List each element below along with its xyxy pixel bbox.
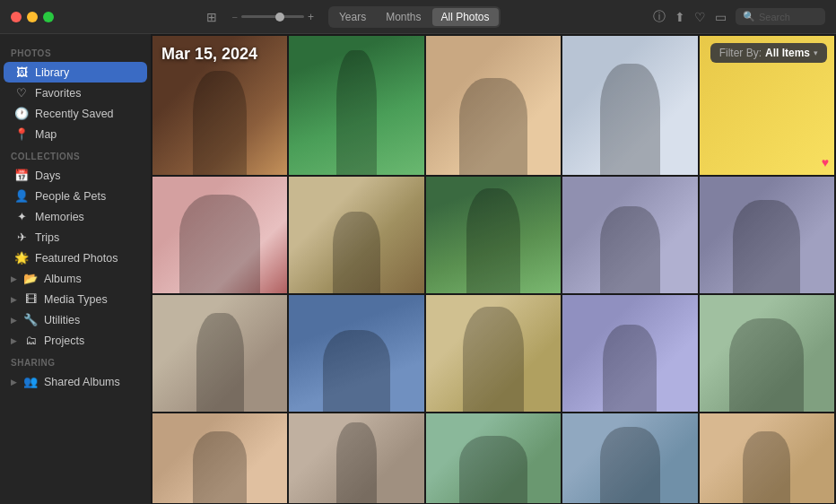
sidebar-item-memories-label: Memories xyxy=(35,211,84,223)
photo-cell[interactable] xyxy=(152,177,287,293)
sidebar-item-utilities[interactable]: ▶ 🔧 Utilities xyxy=(4,309,147,330)
filter-label: Filter By: xyxy=(719,47,762,59)
projects-icon: 🗂 xyxy=(23,334,38,347)
shared-albums-icon: 👥 xyxy=(23,375,38,388)
share-icon[interactable]: ⬆ xyxy=(675,10,685,24)
people-pets-icon: 👤 xyxy=(14,189,29,203)
sidebar-item-shared-albums[interactable]: ▶ 👥 Shared Albums xyxy=(4,371,147,392)
tab-months[interactable]: Months xyxy=(377,8,430,26)
photo-cell[interactable] xyxy=(426,413,561,503)
view-toggle: ⊞ xyxy=(206,10,217,24)
sidebar-item-trips-label: Trips xyxy=(35,231,59,244)
map-icon: 📍 xyxy=(14,127,29,141)
view-tabs: Years Months All Photos xyxy=(328,6,501,28)
search-icon: 🔍 xyxy=(743,11,755,22)
albums-arrow-icon: ▶ xyxy=(11,274,17,283)
close-button[interactable] xyxy=(11,12,22,22)
featured-photos-icon: 🌟 xyxy=(14,251,29,265)
photo-cell[interactable] xyxy=(289,36,423,175)
photo-cell[interactable] xyxy=(562,36,697,175)
sidebar-item-memories[interactable]: ✦ Memories xyxy=(4,206,147,227)
title-bar-center: ⊞ − + Years Months All Photos xyxy=(61,6,646,28)
photo-cell[interactable] xyxy=(289,295,423,412)
sidebar-item-people-pets[interactable]: 👤 People & Pets xyxy=(4,186,147,206)
sidebar-item-projects[interactable]: ▶ 🗂 Projects xyxy=(4,330,147,351)
minimize-button[interactable] xyxy=(27,12,38,22)
slideshow-icon[interactable]: ▭ xyxy=(715,10,727,24)
zoom-track[interactable] xyxy=(241,15,304,18)
sidebar-item-favorites[interactable]: ♡ Favorites xyxy=(4,83,147,103)
traffic-lights xyxy=(11,12,54,22)
sidebar-item-library-label: Library xyxy=(35,66,69,79)
search-bar[interactable]: 🔍 Search xyxy=(736,8,825,25)
sidebar-item-people-pets-label: People & Pets xyxy=(35,190,106,203)
library-icon: 🖼 xyxy=(14,65,29,79)
section-label-photos: Photos xyxy=(0,41,151,62)
photo-cell[interactable] xyxy=(152,36,287,175)
title-bar-actions: ⓘ ⬆ ♡ ▭ 🔍 Search xyxy=(653,8,825,25)
main-content: Photos 🖼 Library ♡ Favorites 🕐 Recently … xyxy=(0,34,836,504)
photos-area: Mar 15, 2024 Filter By: All Items ▾ ♥ xyxy=(151,34,836,504)
photo-cell[interactable] xyxy=(152,295,287,412)
sidebar-item-days[interactable]: 📅 Days xyxy=(4,165,147,186)
photo-cell[interactable] xyxy=(289,177,423,293)
maximize-button[interactable] xyxy=(43,12,54,22)
zoom-thumb[interactable] xyxy=(275,13,284,22)
photo-cell[interactable] xyxy=(562,413,697,503)
heart-icon[interactable]: ♡ xyxy=(694,10,706,24)
sidebar-item-map-label: Map xyxy=(35,128,57,141)
photo-cell[interactable] xyxy=(289,413,423,503)
photo-cell[interactable] xyxy=(700,177,834,293)
memories-icon: ✦ xyxy=(14,210,29,223)
sidebar-item-trips[interactable]: ✈ Trips xyxy=(4,227,147,248)
media-types-icon: 🎞 xyxy=(23,292,38,306)
grid-view-icon[interactable]: ⊞ xyxy=(206,10,217,24)
sidebar-item-media-types[interactable]: ▶ 🎞 Media Types xyxy=(4,289,147,309)
sidebar: Photos 🖼 Library ♡ Favorites 🕐 Recently … xyxy=(0,34,151,504)
search-placeholder: Search xyxy=(759,12,790,22)
photo-cell[interactable] xyxy=(562,295,697,412)
utilities-icon: 🔧 xyxy=(23,313,38,326)
photo-cell[interactable] xyxy=(700,413,834,503)
sidebar-item-albums-label: Albums xyxy=(44,273,82,285)
recently-saved-icon: 🕐 xyxy=(14,107,29,120)
shared-albums-arrow-icon: ▶ xyxy=(11,378,17,387)
projects-arrow-icon: ▶ xyxy=(11,336,17,345)
media-types-arrow-icon: ▶ xyxy=(11,295,17,304)
sidebar-item-recently-saved-label: Recently Saved xyxy=(35,108,114,120)
filter-value: All Items xyxy=(765,47,810,59)
tab-all-photos[interactable]: All Photos xyxy=(432,8,499,26)
utilities-arrow-icon: ▶ xyxy=(11,316,17,325)
section-label-sharing: Sharing xyxy=(0,351,151,371)
title-bar: ⊞ − + Years Months All Photos ⓘ ⬆ ♡ ▭ 🔍 … xyxy=(0,0,836,34)
albums-icon: 📂 xyxy=(23,272,38,285)
sidebar-item-map[interactable]: 📍 Map xyxy=(4,124,147,144)
zoom-slider[interactable]: − + xyxy=(231,11,313,23)
sidebar-item-featured-photos-label: Featured Photos xyxy=(35,252,118,265)
zoom-plus-icon[interactable]: + xyxy=(308,11,314,23)
photo-cell[interactable] xyxy=(152,413,287,503)
zoom-minus-icon[interactable]: − xyxy=(231,12,237,22)
sidebar-item-days-label: Days xyxy=(35,169,60,182)
photo-cell[interactable] xyxy=(700,295,834,412)
heart-badge: ♥ xyxy=(822,155,829,169)
tab-years[interactable]: Years xyxy=(330,8,375,26)
info-icon[interactable]: ⓘ xyxy=(653,9,666,25)
photo-cell[interactable] xyxy=(426,177,561,293)
filter-badge[interactable]: Filter By: All Items ▾ xyxy=(710,43,827,63)
days-icon: 📅 xyxy=(14,169,29,182)
sidebar-item-projects-label: Projects xyxy=(44,335,84,347)
sidebar-item-utilities-label: Utilities xyxy=(44,314,80,326)
filter-chevron-icon: ▾ xyxy=(814,48,818,57)
section-label-collections: Collections xyxy=(0,144,151,165)
photo-cell[interactable] xyxy=(426,36,561,175)
sidebar-item-shared-albums-label: Shared Albums xyxy=(44,376,120,388)
photo-cell[interactable] xyxy=(562,177,697,293)
sidebar-item-albums[interactable]: ▶ 📂 Albums xyxy=(4,268,147,289)
sidebar-item-recently-saved[interactable]: 🕐 Recently Saved xyxy=(4,103,147,124)
sidebar-item-favorites-label: Favorites xyxy=(35,87,81,100)
sidebar-item-featured-photos[interactable]: 🌟 Featured Photos xyxy=(4,248,147,268)
sidebar-item-library[interactable]: 🖼 Library xyxy=(4,62,147,83)
trips-icon: ✈ xyxy=(14,230,29,244)
photo-cell[interactable] xyxy=(426,295,561,412)
